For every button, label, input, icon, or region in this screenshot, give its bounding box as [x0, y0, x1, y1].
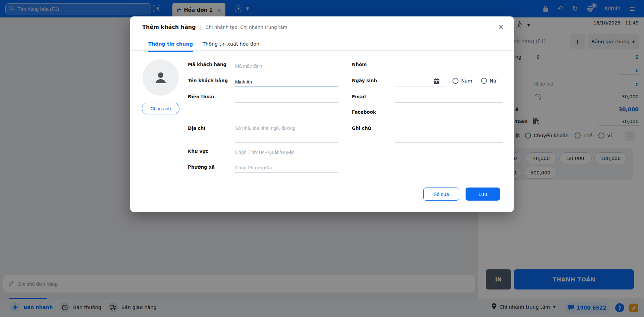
- close-icon[interactable]: ×: [498, 22, 504, 31]
- avatar: [143, 59, 179, 96]
- customer-code-label: Mã khách hàng: [188, 62, 226, 67]
- dob-label: Ngày sinh: [352, 78, 377, 83]
- gender-female-option[interactable]: Nữ: [481, 78, 496, 84]
- facebook-label: Facebook: [352, 109, 376, 115]
- calendar-icon[interactable]: [433, 78, 440, 86]
- phone-label: Điện thoại: [188, 94, 214, 99]
- phone-input[interactable]: [235, 95, 338, 103]
- ward-select[interactable]: [235, 165, 338, 173]
- address-input[interactable]: [235, 125, 338, 143]
- save-button[interactable]: Lưu: [466, 188, 500, 201]
- radio-female[interactable]: [481, 78, 487, 84]
- ward-label: Phường xã: [188, 164, 215, 170]
- customer-code-input[interactable]: [235, 63, 338, 71]
- region-select[interactable]: [235, 150, 338, 157]
- facebook-input[interactable]: [395, 110, 503, 118]
- email-label: Email: [352, 94, 366, 99]
- female-label: Nữ: [490, 78, 496, 84]
- pos-app: ⇄ Hóa đơn 1 × + ▼ ↶ ↻ B Admin ≡: [0, 0, 644, 317]
- modal-subtitle: Chi nhánh tạo: Chi nhánh trung tâm: [206, 24, 287, 30]
- choose-photo-button[interactable]: Chọn ảnh: [142, 103, 179, 114]
- male-label: Nam: [461, 78, 472, 84]
- address-label: Địa chỉ: [188, 125, 205, 131]
- customer-name-label: Tên khách hàng: [188, 78, 228, 83]
- modal-title: Thêm khách hàng: [142, 24, 196, 30]
- gender-male-option[interactable]: Nam: [452, 78, 472, 84]
- note-input[interactable]: [395, 125, 503, 143]
- user-icon: [153, 70, 168, 85]
- tab-general-info[interactable]: Thông tin chung: [148, 41, 193, 52]
- title-separator: |: [200, 24, 202, 30]
- note-label: Ghi chú: [352, 125, 371, 131]
- add-customer-modal: × Thêm khách hàng | Chi nhánh tạo: Chi n…: [130, 16, 514, 212]
- group-label: Nhóm: [352, 62, 367, 67]
- skip-button[interactable]: Bỏ qua: [423, 188, 459, 201]
- phone-input-2[interactable]: [235, 110, 338, 118]
- modal-tabs: Thông tin chung Thông tin xuất hóa đơn: [130, 41, 514, 51]
- tab-invoice-info[interactable]: Thông tin xuất hóa đơn: [203, 41, 259, 51]
- group-input[interactable]: [395, 63, 503, 71]
- radio-male[interactable]: [452, 78, 459, 84]
- customer-name-input[interactable]: [235, 79, 338, 87]
- email-input[interactable]: [395, 95, 503, 103]
- region-label: Khu vực: [188, 149, 208, 154]
